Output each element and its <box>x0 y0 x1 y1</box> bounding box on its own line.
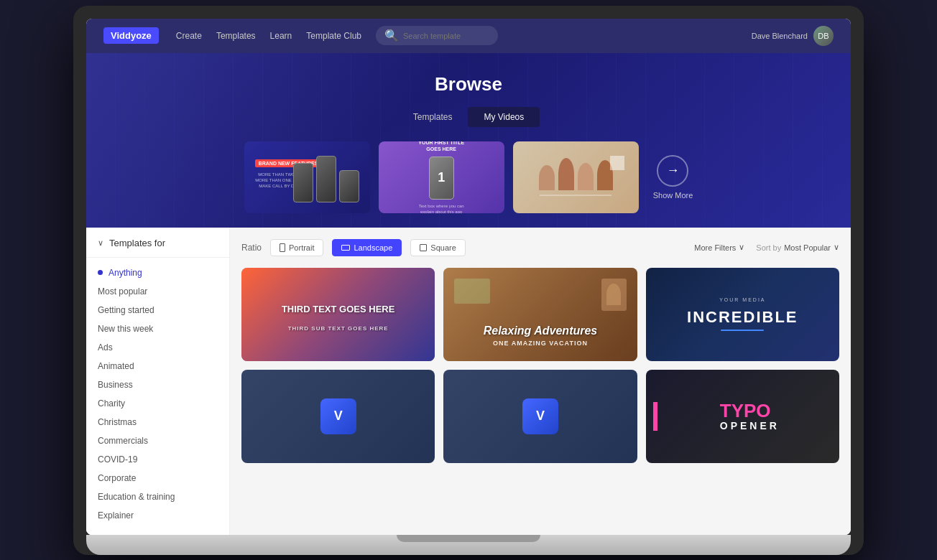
navbar: Viddyoze Create Templates Learn Template… <box>86 19 851 53</box>
show-more-circle: → <box>657 155 688 187</box>
hero-cards: BRAND NEW FEATURES MORE THAN TWO KEYS, M… <box>103 141 834 213</box>
sidebar-item-label: COVID-19 <box>98 454 137 465</box>
user-menu[interactable]: Dave Blenchard DB <box>752 26 834 46</box>
sidebar-item-label: Education & training <box>98 492 175 502</box>
nav-template-club[interactable]: Template Club <box>306 31 361 41</box>
card-1-content: BRAND NEW FEATURES MORE THAN TWO KEYS, M… <box>251 149 363 206</box>
sort-by-label: Sort by <box>756 243 781 252</box>
card-2-title: YOUR FIRST TITLE GOES HERE <box>412 141 470 152</box>
filter-landscape-label: Landscape <box>354 243 392 252</box>
sidebar-item-explainer[interactable]: Explainer <box>86 506 229 525</box>
sidebar-item-label: Corporate <box>98 473 136 483</box>
search-input[interactable] <box>403 32 489 40</box>
card-content: THIRD TEXT GOES HERE THIRD SUB TEXT GOES… <box>241 268 435 361</box>
typo-content: TYPO OPENER <box>720 401 780 431</box>
chevron-down-icon: ∨ <box>739 243 744 252</box>
nav-templates[interactable]: Templates <box>216 31 256 41</box>
sidebar-item-anything[interactable]: Anything <box>86 263 229 282</box>
sidebar-item-education[interactable]: Education & training <box>86 487 229 506</box>
flower-image <box>454 279 490 304</box>
person-image <box>601 279 627 311</box>
laptop-screen: Viddyoze Create Templates Learn Template… <box>86 19 851 535</box>
sidebar-item-charity[interactable]: Charity <box>86 394 229 413</box>
phone-number: 1 <box>438 170 445 185</box>
sidebar-item-label: New this week <box>98 324 153 334</box>
laptop-base <box>86 535 851 555</box>
search-icon: 🔍 <box>384 29 399 42</box>
sidebar-item-business[interactable]: Business <box>86 375 229 394</box>
sidebar-item-label: Animated <box>98 361 134 371</box>
more-filters-label: More Filters <box>694 243 736 252</box>
nav-learn[interactable]: Learn <box>270 31 292 41</box>
main-content: ∨ Templates for Anything Most popular Ge… <box>86 228 851 535</box>
landscape-icon <box>341 245 350 251</box>
sidebar-item-commercials[interactable]: Commercials <box>86 431 229 450</box>
filter-square[interactable]: Square <box>410 239 465 256</box>
filters-row: Ratio Portrait Landscape Square <box>241 239 839 256</box>
person-3 <box>578 163 594 190</box>
sidebar-item-label: Commercials <box>98 436 148 446</box>
template-card-6[interactable]: TYPO OPENER <box>646 370 839 463</box>
template-card-5[interactable]: V <box>443 370 637 463</box>
search-bar[interactable]: 🔍 <box>376 26 498 45</box>
filter-landscape[interactable]: Landscape <box>332 239 402 256</box>
sidebar-item-label: Most popular <box>98 286 147 297</box>
phone-1 <box>293 163 313 202</box>
nature-content: Relaxing Adventures One Amazing Vacation <box>443 325 637 347</box>
sidebar-item-getting-started[interactable]: Getting started <box>86 301 229 319</box>
sidebar-item-label: Explainer <box>98 510 134 521</box>
template-2-title: Relaxing Adventures <box>443 325 637 337</box>
laptop-frame: Viddyoze Create Templates Learn Template… <box>73 6 864 555</box>
logo[interactable]: Viddyoze <box>103 27 159 44</box>
portrait-icon <box>280 243 285 252</box>
template-card-1[interactable]: THIRD TEXT GOES HERE THIRD SUB TEXT GOES… <box>241 268 435 361</box>
hero-tabs: Templates My Videos <box>103 107 834 127</box>
template-card-4[interactable]: V <box>241 370 435 463</box>
card-2-content: YOUR FIRST TITLE GOES HERE 1 Text box wh… <box>407 141 476 213</box>
avatar: DB <box>813 26 834 46</box>
sidebar-item-corporate[interactable]: Corporate <box>86 469 229 487</box>
hero-card-2[interactable]: YOUR FIRST TITLE GOES HERE 1 Text box wh… <box>379 141 504 213</box>
sort-by-value[interactable]: Most Popular <box>784 243 831 252</box>
tab-my-videos[interactable]: My Videos <box>468 107 540 127</box>
sidebar-item-ads[interactable]: Ads <box>86 338 229 357</box>
phone-device: 1 <box>429 157 454 200</box>
template-card-3[interactable]: YOUR MEDIA INCREDIBLE <box>646 268 839 361</box>
hero-card-3[interactable] <box>513 141 639 213</box>
sidebar-header-label: Templates for <box>109 238 165 248</box>
template-2-subtitle: One Amazing Vacation <box>443 340 637 347</box>
accent-bar <box>721 330 764 331</box>
chevron-icon: ∨ <box>98 238 103 248</box>
typo-subtitle: OPENER <box>720 420 780 431</box>
filter-square-label: Square <box>430 243 456 252</box>
filter-portrait-label: Portrait <box>289 243 314 252</box>
sidebar-item-new-this-week[interactable]: New this week <box>86 319 229 338</box>
tab-templates[interactable]: Templates <box>397 107 468 127</box>
template-3-top: YOUR MEDIA <box>719 297 765 302</box>
sidebar-item-most-popular[interactable]: Most popular <box>86 282 229 301</box>
typo-accent-bar <box>653 402 657 431</box>
sidebar-item-label: Business <box>98 380 133 390</box>
square-icon <box>420 244 427 251</box>
more-filters-button[interactable]: More Filters ∨ <box>694 243 744 252</box>
light-orb <box>610 156 624 170</box>
template-1-subtitle: THIRD SUB TEXT GOES HERE <box>288 325 389 332</box>
sidebar-item-christmas[interactable]: Christmas <box>86 413 229 431</box>
show-more-label: Show More <box>653 191 693 200</box>
sidebar-header[interactable]: ∨ Templates for <box>86 238 229 258</box>
filter-portrait[interactable]: Portrait <box>270 239 323 256</box>
sidebar-item-covid[interactable]: COVID-19 <box>86 450 229 469</box>
show-more-button[interactable]: → Show More <box>653 155 693 200</box>
template-3-main: INCREDIBLE <box>687 308 798 327</box>
sidebar-item-animated[interactable]: Animated <box>86 357 229 375</box>
template-card-2[interactable]: Relaxing Adventures One Amazing Vacation <box>443 268 637 361</box>
grid-area: Ratio Portrait Landscape Square <box>230 228 851 535</box>
person-2 <box>558 158 574 190</box>
sidebar: ∨ Templates for Anything Most popular Ge… <box>86 228 230 535</box>
typo-title: TYPO <box>720 401 771 420</box>
ratio-label: Ratio <box>241 243 262 253</box>
person-silhouette <box>606 284 621 305</box>
sort-chevron-icon: ∨ <box>834 243 839 252</box>
hero-card-1[interactable]: BRAND NEW FEATURES MORE THAN TWO KEYS, M… <box>244 141 370 213</box>
nav-create[interactable]: Create <box>176 31 202 41</box>
